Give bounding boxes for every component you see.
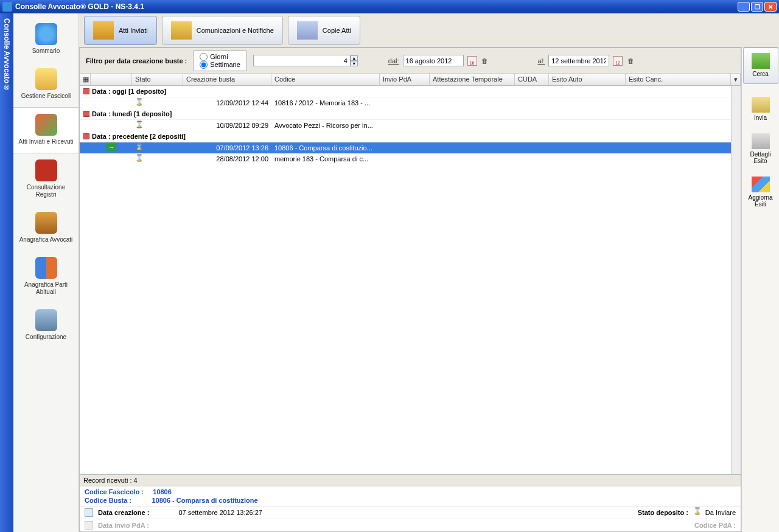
stato-label: Stato deposito : xyxy=(638,509,688,516)
detail-panel: Codice Fascicolo : 10806 Codice Busta : … xyxy=(80,486,741,506)
top-tabs: Atti Inviati Comunicazioni e Notifiche C… xyxy=(79,13,779,47)
filter-spinner: ▲ ▼ xyxy=(253,55,358,66)
nav-configurazione[interactable]: Configurazione xyxy=(13,303,79,348)
hourglass-icon xyxy=(693,508,700,517)
live-icon xyxy=(35,159,57,181)
group-row[interactable]: Data : lunedì [1 deposito] xyxy=(80,108,731,120)
action-invia[interactable]: Invia xyxy=(743,91,778,128)
col-cuda[interactable]: CUDA xyxy=(515,74,549,85)
datainvio-label: Data invio PdA : xyxy=(98,522,149,529)
col-icon[interactable] xyxy=(91,74,132,85)
people-icon xyxy=(35,257,57,279)
right-action-bar: Cerca Invia Dettagli Esito Aggiorna Esit… xyxy=(741,47,779,532)
tab-copie-atti[interactable]: Copie Atti xyxy=(288,16,360,45)
maximize-button[interactable]: ❐ xyxy=(751,2,763,12)
group-row[interactable]: Data : oggi [1 deposito] xyxy=(80,86,731,97)
action-aggiorna-esiti[interactable]: Aggiorna Esiti xyxy=(743,171,778,214)
mail-small-icon xyxy=(85,521,93,530)
app-icon xyxy=(2,2,12,12)
col-invio[interactable]: Invio PdA xyxy=(380,74,430,85)
codicepda-label: Codice PdA : xyxy=(694,522,736,529)
window-title: Consolle Avvocato® GOLD - NS-3.4.1 xyxy=(15,2,738,11)
clear-from-icon[interactable]: 🗑 xyxy=(481,56,489,66)
table-row[interactable]: 12/09/2012 12:44 10816 / 2012 - Memoria … xyxy=(80,97,731,108)
tab-comunicazioni[interactable]: Comunicazioni e Notifiche xyxy=(162,16,283,45)
spinner-down[interactable]: ▼ xyxy=(351,61,358,66)
date-to-input[interactable] xyxy=(548,55,609,66)
date-from: dal: 16 🗑 xyxy=(388,55,489,66)
col-codice[interactable]: Codice xyxy=(271,74,380,85)
info-icon xyxy=(35,23,57,45)
document-detail-icon xyxy=(752,133,770,149)
content-area: Atti Inviati Comunicazioni e Notifiche C… xyxy=(79,13,779,532)
side-nav: Sommario Gestione Fascicoli Atti Inviati… xyxy=(13,13,79,532)
nav-gestione-fascicoli[interactable]: Gestione Fascicoli xyxy=(13,62,79,107)
group-row[interactable]: Data : precedente [2 depositi] xyxy=(80,131,731,142)
col-esito-canc[interactable]: Esito Canc. xyxy=(626,74,731,85)
search-refresh-icon xyxy=(752,53,770,69)
settings-icon xyxy=(35,309,57,331)
center-pane: Filtro per data creazione buste : Giorni… xyxy=(79,47,741,532)
date-to-label: al: xyxy=(538,57,545,65)
col-creazione[interactable]: Creazione busta xyxy=(183,74,271,85)
vertical-app-bar: Consolle Avvocato® xyxy=(0,13,13,532)
datacreaz-label: Data creazione : xyxy=(98,509,149,516)
table-row[interactable]: 07/09/2012 13:26 10806 - Comparsa di cos… xyxy=(80,142,731,153)
results-grid: ▦ Stato Creazione busta Codice Invio PdA… xyxy=(80,74,741,474)
spinner-input[interactable] xyxy=(253,55,351,66)
folder-search-icon xyxy=(35,68,57,90)
hourglass-icon xyxy=(135,142,142,151)
collapse-icon[interactable] xyxy=(83,88,89,94)
filter-radio-group: Giorni Settimane xyxy=(193,51,247,71)
grid-body: Data : oggi [1 deposito] 12/09/2012 12:4… xyxy=(80,86,731,474)
send-receive-icon xyxy=(35,114,57,136)
col-expand[interactable]: ▦ xyxy=(80,74,91,85)
clear-to-icon[interactable]: 🗑 xyxy=(626,56,635,66)
title-bar: Consolle Avvocato® GOLD - NS-3.4.1 _ ❐ ✕ xyxy=(0,0,779,13)
collapse-icon[interactable] xyxy=(83,133,89,139)
status-bar: Record ricevuti : 4 xyxy=(80,474,741,486)
detail-panel-3: Data invio PdA : Codice PdA : xyxy=(80,519,741,531)
fascicolo-label: Codice Fascicolo : xyxy=(85,488,144,495)
spinner-up[interactable]: ▲ xyxy=(351,55,358,61)
arrow-badge-icon xyxy=(107,142,116,151)
tab-atti-inviati[interactable]: Atti Inviati xyxy=(84,16,157,45)
date-from-input[interactable] xyxy=(403,55,464,66)
table-row[interactable]: 28/08/2012 12:00 memorie 183 - Comparsa … xyxy=(80,153,731,164)
detail-panel-2: Data creazione : 07 settembre 2012 13:26… xyxy=(80,506,741,519)
nav-anagrafica-parti[interactable]: Anagrafica Parti Abituali xyxy=(13,251,79,303)
nav-anagrafica-avvocati[interactable]: Anagrafica Avvocati xyxy=(13,206,79,251)
radio-giorni[interactable]: Giorni xyxy=(200,53,240,61)
radio-settimane[interactable]: Settimane xyxy=(200,61,240,69)
hourglass-icon xyxy=(135,97,142,106)
close-button[interactable]: ✕ xyxy=(764,2,777,12)
collapse-icon[interactable] xyxy=(83,111,89,117)
fascicolo-value: 10806 xyxy=(153,488,172,495)
nav-sommario[interactable]: Sommario xyxy=(13,17,79,62)
calendar-from-icon[interactable]: 16 xyxy=(467,56,477,66)
col-config[interactable]: ▾ xyxy=(731,74,741,85)
table-row[interactable]: 10/09/2012 09:29 Avvocato Pezzi - Ricors… xyxy=(80,120,731,131)
grid-header: ▦ Stato Creazione busta Codice Invio PdA… xyxy=(80,74,741,86)
nav-consultazione-registri[interactable]: Consultazione Registri xyxy=(13,153,79,206)
filter-bar: Filtro per data creazione buste : Giorni… xyxy=(80,48,741,74)
calendar-to-icon[interactable]: 12 xyxy=(613,56,623,66)
filter-label: Filtro per data creazione buste : xyxy=(86,57,187,65)
col-esito-auto[interactable]: Esito Auto xyxy=(549,74,626,85)
date-from-label: dal: xyxy=(388,57,399,65)
col-attest[interactable]: Attestazione Temporale xyxy=(430,74,515,85)
hourglass-icon xyxy=(135,153,142,162)
col-stato[interactable]: Stato xyxy=(132,74,183,85)
busta-value: 10806 - Comparsa di costituzione xyxy=(152,497,257,504)
vertical-scrollbar[interactable] xyxy=(731,86,741,474)
minimize-button[interactable]: _ xyxy=(738,2,750,12)
action-dettagli-esito[interactable]: Dettagli Esito xyxy=(743,128,778,171)
copy-icon xyxy=(297,21,318,40)
nav-atti-inviati-ricevuti[interactable]: Atti Inviati e Ricevuti xyxy=(13,107,79,153)
outbox-icon xyxy=(93,21,114,40)
lawyer-icon xyxy=(35,212,57,234)
calendar-small-icon xyxy=(85,508,93,517)
update-results-icon xyxy=(752,177,770,192)
hourglass-icon xyxy=(135,120,142,128)
action-cerca[interactable]: Cerca xyxy=(743,47,778,84)
